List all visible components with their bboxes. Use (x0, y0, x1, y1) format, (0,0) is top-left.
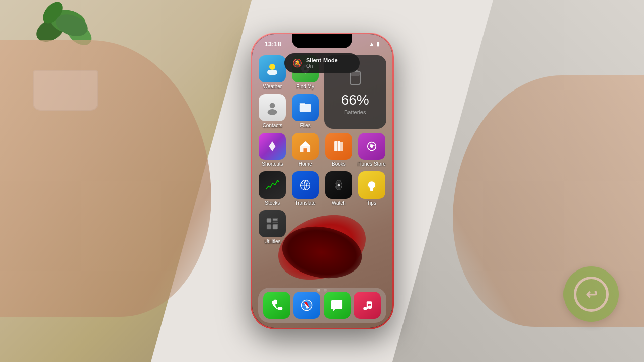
translate-label: Translate (295, 200, 315, 206)
svg-rect-17 (337, 141, 338, 151)
svg-rect-34 (370, 189, 373, 190)
dock-phone[interactable] (263, 292, 290, 319)
phone-screen-container: 13:18 ▲ ▮ 🔕 Silent Mode On (252, 34, 392, 328)
app-home[interactable]: Home (291, 133, 320, 167)
utilities-icon-img (259, 210, 286, 237)
app-grid: Weather (258, 55, 386, 245)
silent-text: Silent Mode On (306, 57, 338, 69)
music-icon-img (354, 292, 381, 319)
utilities-label: Utilities (264, 239, 280, 245)
svg-rect-44 (273, 225, 277, 229)
app-watch[interactable]: Watch (324, 171, 353, 206)
translate-icon-img: A A (292, 171, 319, 199)
svg-text:A: A (306, 182, 308, 185)
app-shortcuts[interactable]: Shortcuts (258, 133, 287, 167)
battery-percentage: 66% (341, 92, 369, 108)
app-itunes[interactable]: iTunes Store (357, 133, 386, 167)
svg-rect-41 (267, 219, 271, 222)
app-stocks[interactable]: Stocks (258, 171, 287, 206)
svg-rect-29 (335, 183, 336, 185)
books-icon-img (325, 133, 352, 160)
svg-point-12 (268, 109, 277, 115)
stocks-icon-img (259, 171, 286, 199)
findmy-label: Find My (296, 84, 314, 90)
weather-label: Weather (263, 84, 282, 90)
app-translate[interactable]: A A Translate (291, 171, 320, 206)
svg-text:A: A (301, 182, 303, 185)
notch (292, 34, 352, 48)
home-label: Home (299, 161, 312, 167)
phone: 13:18 ▲ ▮ 🔕 Silent Mode On (251, 33, 394, 329)
svg-rect-30 (341, 183, 342, 185)
contacts-label: Contacts (263, 123, 282, 129)
svg-point-0 (269, 64, 275, 70)
home-icon-img (292, 133, 319, 160)
svg-rect-15 (304, 148, 307, 152)
svg-rect-42 (267, 225, 271, 229)
app-tips[interactable]: Tips (357, 171, 386, 206)
home-screen: 13:18 ▲ ▮ 🔕 Silent Mode On (252, 34, 392, 328)
app-files[interactable]: Files (291, 94, 320, 129)
svg-rect-14 (300, 103, 305, 105)
silent-title: Silent Mode (306, 57, 338, 63)
weather-icon-img (259, 55, 286, 82)
phone-case: 13:18 ▲ ▮ 🔕 Silent Mode On (251, 33, 394, 329)
svg-rect-13 (300, 104, 311, 112)
status-icons: ▲ ▮ (369, 41, 380, 47)
tips-label: Tips (367, 200, 376, 206)
svg-rect-1 (267, 70, 277, 75)
dock-music[interactable] (354, 292, 381, 319)
battery-icon: ▮ (377, 41, 380, 47)
dock-safari[interactable] (293, 292, 320, 319)
watch-label: Watch (332, 200, 346, 206)
phone-icon-img (263, 292, 290, 319)
app-weather[interactable]: Weather (258, 55, 287, 90)
dock-messages[interactable] (324, 292, 351, 319)
bell-slash-icon: 🔕 (292, 58, 302, 68)
stocks-label: Stocks (265, 200, 280, 206)
safari-icon-img (293, 292, 320, 319)
app-books[interactable]: Books (324, 133, 353, 167)
app-contacts[interactable]: Contacts (258, 94, 287, 129)
svg-rect-32 (341, 186, 342, 188)
tips-icon-img (358, 171, 385, 199)
files-icon-img (292, 94, 319, 121)
status-time: 13:18 (265, 40, 281, 48)
shortcuts-icon-img (259, 133, 286, 160)
files-label: Files (300, 123, 311, 129)
batteries-label: Batteries (344, 109, 366, 115)
svg-point-49 (363, 307, 367, 310)
itunes-label: iTunes Store (357, 161, 385, 167)
messages-icon-img (324, 292, 351, 319)
itunes-icon-img (358, 133, 385, 160)
shortcuts-label: Shortcuts (262, 161, 283, 167)
svg-rect-43 (273, 219, 277, 221)
contacts-icon-img (259, 94, 286, 121)
wifi-icon: ▲ (369, 41, 375, 47)
dock (258, 288, 386, 323)
svg-point-11 (270, 103, 275, 109)
app-utilities[interactable]: Utilities (258, 210, 287, 245)
svg-rect-35 (370, 190, 373, 191)
svg-rect-53 (371, 302, 372, 308)
svg-rect-31 (335, 186, 336, 188)
silent-subtitle: On (306, 63, 338, 69)
books-label: Books (332, 161, 346, 167)
silent-mode-notification[interactable]: 🔕 Silent Mode On (284, 53, 360, 73)
svg-rect-38 (273, 222, 278, 223)
watch-icon-img (325, 171, 352, 199)
